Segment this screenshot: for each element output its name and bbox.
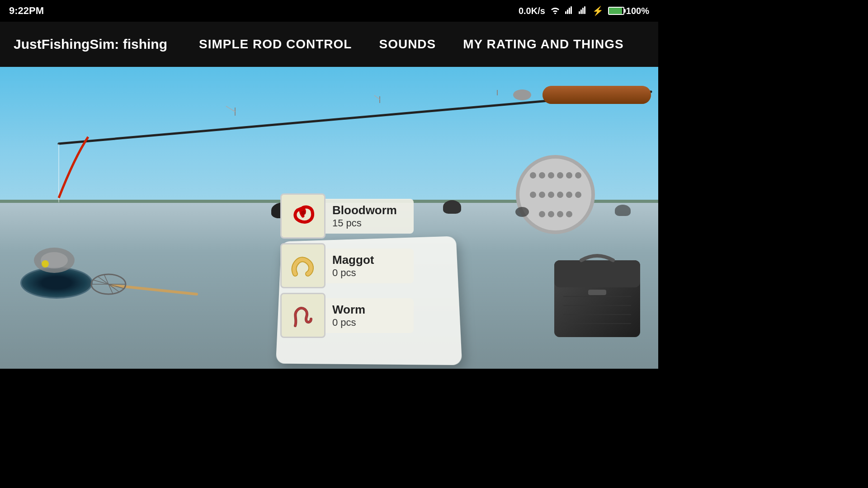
svg-rect-30 <box>554 260 640 287</box>
bloodworm-icon-box[interactable] <box>280 193 326 239</box>
fishing-reel <box>516 155 595 234</box>
svg-rect-7 <box>582 8 584 14</box>
svg-point-21 <box>42 260 49 267</box>
lure-svg <box>27 242 81 278</box>
svg-rect-5 <box>579 11 580 14</box>
main-scene: Bloodworm 15 pcs Maggot 0 pcs <box>0 67 658 369</box>
worm-count: 0 pcs <box>332 317 405 328</box>
svg-rect-31 <box>588 290 606 295</box>
bait-menu[interactable]: Bloodworm 15 pcs Maggot 0 pcs <box>280 193 414 343</box>
bloodworm-label[interactable]: Bloodworm 15 pcs <box>323 199 414 234</box>
battery-container: 100% <box>608 6 649 16</box>
maggot-svg <box>286 249 320 283</box>
bait-container-group: Maggot 0 pcs Worm 0 pcs <box>280 243 414 338</box>
svg-rect-3 <box>569 8 570 14</box>
nav-bar: JustFishingSim: fishing SIMPLE ROD CONTR… <box>0 22 658 67</box>
svg-rect-6 <box>580 9 582 14</box>
nav-item-sounds[interactable]: SOUNDS <box>365 33 449 56</box>
svg-rect-1 <box>565 11 566 14</box>
bloodworm-count: 15 pcs <box>332 217 405 229</box>
bait-item-maggot[interactable]: Maggot 0 pcs <box>280 243 414 288</box>
status-bar: 9:22PM 0.0K/s ⚡ <box>0 0 658 22</box>
network-speed: 0.0K/s <box>519 6 545 16</box>
status-left: 9:22PM <box>9 5 44 17</box>
bolt-icon: ⚡ <box>592 5 604 16</box>
svg-rect-2 <box>567 9 568 14</box>
time-display: 9:22PM <box>9 5 44 17</box>
wifi-icon <box>550 6 561 16</box>
figure-2 <box>443 200 461 214</box>
battery-percent: 100% <box>626 6 649 16</box>
bloodworm-name: Bloodworm <box>332 203 405 217</box>
maggot-name: Maggot <box>332 253 405 267</box>
signal-icon <box>565 6 574 16</box>
nav-item-rating[interactable]: MY RATING AND THINGS <box>449 33 637 56</box>
net-scoop-svg <box>88 267 201 303</box>
svg-point-36 <box>301 211 306 215</box>
maggot-count: 0 pcs <box>332 267 405 279</box>
signal-icon-2 <box>579 6 588 16</box>
status-right: 0.0K/s ⚡ <box>519 5 649 16</box>
nav-item-rod-control[interactable]: SIMPLE ROD CONTROL <box>185 33 365 56</box>
nav-logo[interactable]: JustFishingSim: fishing <box>14 37 167 52</box>
svg-rect-8 <box>584 6 585 14</box>
worm-svg <box>286 299 320 333</box>
figure-3 <box>515 207 529 217</box>
bait-item-worm[interactable]: Worm 0 pcs <box>280 293 414 338</box>
worm-name: Worm <box>332 303 405 317</box>
maggot-icon-box[interactable] <box>280 243 326 288</box>
svg-rect-4 <box>571 6 572 14</box>
tackle-box[interactable] <box>550 247 645 342</box>
worm-icon-box[interactable] <box>280 293 326 338</box>
svg-point-0 <box>554 13 556 14</box>
battery-icon <box>608 7 624 15</box>
figure-4 <box>615 205 631 216</box>
bait-item-bloodworm[interactable]: Bloodworm 15 pcs <box>280 193 414 239</box>
worm-label[interactable]: Worm 0 pcs <box>323 298 414 333</box>
bloodworm-svg <box>286 199 320 233</box>
maggot-label[interactable]: Maggot 0 pcs <box>323 249 414 283</box>
